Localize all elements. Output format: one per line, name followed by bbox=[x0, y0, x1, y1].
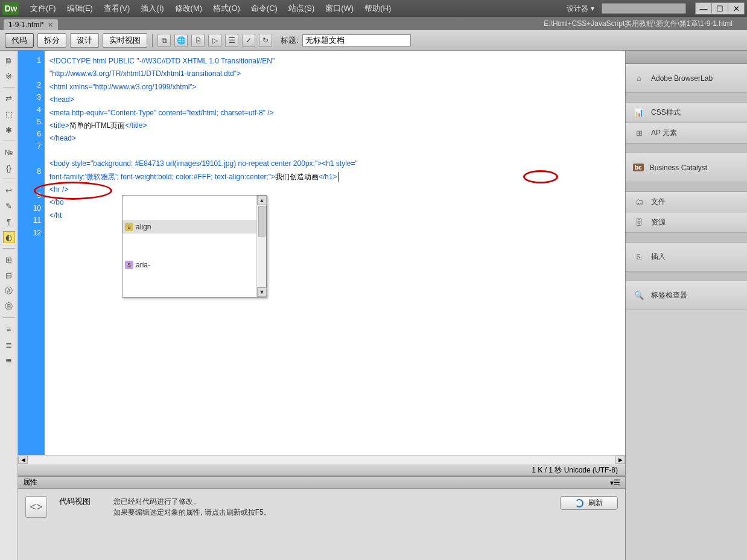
maximize-button[interactable]: ☐ bbox=[711, 2, 728, 14]
properties-header[interactable]: 属性 ▾☰ bbox=[18, 477, 625, 489]
status-bar: 1 K / 1 秒 Unicode (UTF-8) bbox=[18, 465, 625, 476]
outdent-icon[interactable]: ≣ bbox=[3, 339, 15, 351]
open-docs-icon[interactable]: 🗎 bbox=[3, 54, 15, 66]
bc-icon: bc bbox=[633, 164, 644, 171]
status-text: 1 K / 1 秒 Unicode (UTF-8) bbox=[532, 465, 618, 476]
insert-icon: ⎘ bbox=[633, 252, 645, 262]
hint-item[interactable]: Saria- bbox=[122, 258, 256, 272]
search-input[interactable] bbox=[602, 3, 686, 14]
menu-edit[interactable]: 编辑(E) bbox=[62, 1, 98, 16]
annotation-circle-right bbox=[523, 170, 558, 183]
word-wrap-icon[interactable]: ↩ bbox=[3, 184, 15, 196]
panel-menu-icon[interactable]: ▾☰ bbox=[610, 479, 620, 487]
layout-switcher[interactable]: 设计器▾ bbox=[563, 2, 598, 15]
balance-braces-icon[interactable]: ✱ bbox=[3, 124, 15, 136]
panel-css[interactable]: 📊CSS样式 bbox=[626, 103, 747, 123]
tab-close-icon[interactable]: ✕ bbox=[48, 21, 53, 29]
format-src-icon[interactable]: ≡ bbox=[3, 323, 15, 335]
line-numbers: 1 23 456 7 8 9 101112 bbox=[18, 51, 45, 455]
expand-icon[interactable]: ⇄ bbox=[3, 92, 15, 104]
code-view-button[interactable]: 代码 bbox=[5, 33, 34, 48]
design-view-button[interactable]: 设计 bbox=[70, 33, 99, 48]
globe-icon[interactable]: 🌐 bbox=[174, 34, 188, 47]
multiscreen-icon[interactable]: ⧉ bbox=[157, 34, 171, 47]
browserlab-icon: ⌂ bbox=[633, 74, 645, 83]
assets-icon: 🗄 bbox=[633, 218, 645, 228]
highlight-icon[interactable]: {} bbox=[3, 162, 15, 174]
panel-bc[interactable]: bcBusiness Catalyst bbox=[626, 153, 747, 182]
code-toolbar: 🗎 ※ ⇄ ⬚ ✱ № {} ↩ ✎ ¶ ◐ ⊞ ⊟ Ⓐ Ⓑ ≡ ≣ ≣ bbox=[0, 51, 18, 560]
menu-view[interactable]: 查看(V) bbox=[99, 1, 135, 16]
title-label: 标题: bbox=[281, 35, 299, 46]
scroll-up-icon[interactable]: ▲ bbox=[257, 196, 267, 205]
tab-label: 1-9-1.html* bbox=[8, 21, 44, 29]
code-editor[interactable]: 1 23 456 7 8 9 101112 <!DOCTYPE html PUB… bbox=[18, 51, 625, 455]
titlebar: Dw 文件(F) 编辑(E) 查看(V) 插入(I) 修改(M) 格式(O) 命… bbox=[0, 0, 747, 17]
scroll-thumb[interactable] bbox=[258, 206, 265, 237]
collapse-icon[interactable]: ※ bbox=[3, 70, 15, 82]
ap-icon: ⊞ bbox=[633, 129, 645, 138]
options-icon[interactable]: ☰ bbox=[225, 34, 238, 47]
refresh-button[interactable]: 刷新 bbox=[560, 496, 618, 510]
scroll-left-icon[interactable]: ◀ bbox=[18, 456, 28, 464]
app-logo: Dw bbox=[2, 2, 19, 15]
hidden-chars-icon[interactable]: ¶ bbox=[3, 215, 15, 228]
validate-icon[interactable]: ✓ bbox=[242, 34, 255, 47]
hint-item[interactable]: aalign bbox=[122, 220, 256, 234]
menu-site[interactable]: 站点(S) bbox=[284, 1, 319, 16]
document-tab[interactable]: 1-9-1.html* ✕ bbox=[4, 19, 58, 30]
indent2-icon[interactable]: ≣ bbox=[3, 354, 15, 366]
close-button[interactable]: ✕ bbox=[728, 2, 745, 14]
menu-commands[interactable]: 命令(C) bbox=[246, 1, 282, 16]
menu-window[interactable]: 窗口(W) bbox=[320, 1, 358, 16]
file-manage-icon[interactable]: ⎘ bbox=[191, 34, 205, 47]
indent-icon[interactable]: ⊞ bbox=[3, 253, 15, 266]
files-icon: 🗂 bbox=[633, 197, 645, 207]
recent-snippets-icon[interactable]: ⊟ bbox=[3, 269, 15, 281]
code-view-icon: <> bbox=[25, 496, 47, 518]
properties-title: 属性 bbox=[23, 477, 37, 488]
menu-insert[interactable]: 插入(I) bbox=[136, 1, 168, 16]
select-parent-icon[interactable]: ⬚ bbox=[3, 108, 15, 120]
minimize-button[interactable]: — bbox=[695, 2, 712, 14]
panel-ap[interactable]: ⊞AP 元素 bbox=[626, 123, 747, 144]
move-up-icon[interactable]: Ⓐ bbox=[3, 285, 15, 297]
props-message: 您已经对代码进行了修改。 如果要编辑选定对象的属性, 请点击刷新或按F5。 bbox=[113, 496, 548, 518]
menu-file[interactable]: 文件(F) bbox=[25, 1, 61, 16]
panel-assets[interactable]: 🗄资源 bbox=[626, 212, 747, 233]
props-label: 代码视图 bbox=[59, 496, 101, 507]
tag-icon: 🔍 bbox=[633, 291, 645, 301]
code-hint-popup[interactable]: aalign Saria- aclass ◉color acontentedit… bbox=[122, 195, 267, 298]
document-tabs: 1-9-1.html* ✕ E:\Html+CSS+JavaScript实用教程… bbox=[0, 17, 747, 30]
scroll-right-icon[interactable]: ▶ bbox=[615, 456, 625, 464]
code-hint-icon[interactable]: ◐ bbox=[3, 231, 15, 243]
panel-files[interactable]: 🗂文件 bbox=[626, 192, 747, 212]
menu-format[interactable]: 格式(O) bbox=[208, 1, 245, 16]
panel-insert[interactable]: ⎘插入 bbox=[626, 243, 747, 272]
split-view-button[interactable]: 拆分 bbox=[37, 33, 66, 48]
hint-item[interactable]: aclass bbox=[122, 296, 256, 297]
title-input[interactable] bbox=[302, 34, 411, 46]
panel-grip[interactable] bbox=[626, 51, 747, 64]
text-cursor bbox=[339, 172, 339, 182]
horizontal-scrollbar[interactable]: ◀ ▶ bbox=[18, 455, 625, 465]
preview-icon[interactable]: ▷ bbox=[208, 34, 221, 47]
menu-modify[interactable]: 修改(M) bbox=[170, 1, 208, 16]
line-numbers-icon[interactable]: № bbox=[3, 146, 15, 158]
file-path: E:\Html+CSS+JavaScript实用教程\源文件\第1章\1-9-1… bbox=[539, 18, 747, 30]
menu-help[interactable]: 帮助(H) bbox=[360, 1, 396, 16]
panel-taginspector[interactable]: 🔍标签检查器 bbox=[626, 281, 747, 310]
move-down-icon[interactable]: Ⓑ bbox=[3, 301, 15, 313]
live-view-button[interactable]: 实时视图 bbox=[103, 33, 147, 48]
syntax-error-icon[interactable]: ✎ bbox=[3, 200, 15, 212]
hint-scrollbar[interactable]: ▲ ▼ bbox=[256, 196, 266, 297]
refresh-spin-icon bbox=[575, 499, 583, 508]
refresh-icon[interactable]: ↻ bbox=[259, 34, 272, 47]
annotation-circle-left bbox=[34, 182, 112, 200]
main-menu: 文件(F) 编辑(E) 查看(V) 插入(I) 修改(M) 格式(O) 命令(C… bbox=[25, 1, 563, 16]
code-content[interactable]: <!DOCTYPE html PUBLIC "-//W3C//DTD XHTML… bbox=[45, 51, 625, 455]
panel-browserlab[interactable]: ⌂Adobe BrowserLab bbox=[626, 64, 747, 93]
view-toolbar: 代码 拆分 设计 实时视图 ⧉ 🌐 ⎘ ▷ ☰ ✓ ↻ 标题: bbox=[0, 30, 747, 51]
properties-panel: 属性 ▾☰ <> 代码视图 您已经对代码进行了修改。 如果要编辑选定对象的属性,… bbox=[18, 476, 625, 560]
scroll-down-icon[interactable]: ▼ bbox=[257, 287, 267, 297]
